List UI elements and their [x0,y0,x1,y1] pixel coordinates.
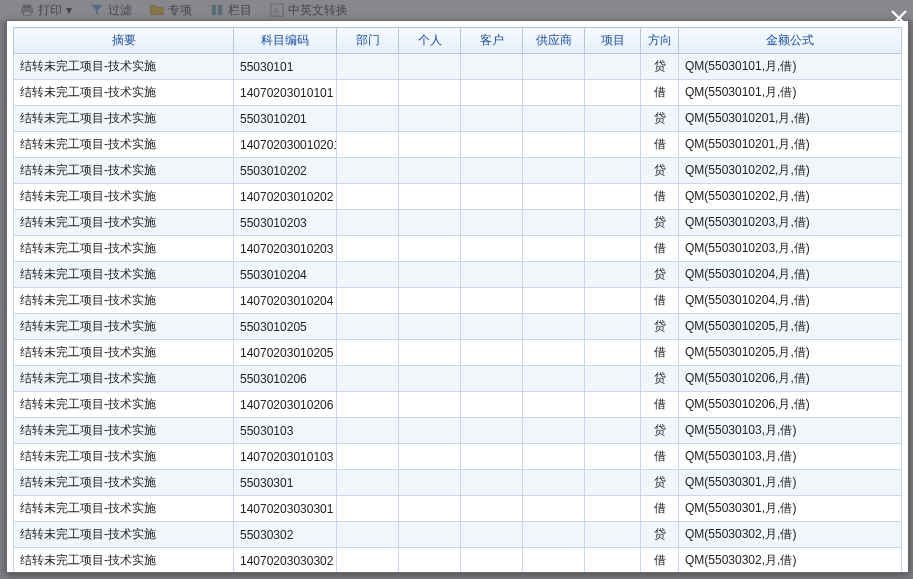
cell-dept[interactable] [337,158,399,184]
cell-customer[interactable] [461,210,523,236]
cell-customer[interactable] [461,262,523,288]
cell-dir[interactable]: 贷 [641,470,679,496]
cell-formula[interactable]: QM(5503010203,月,借) [679,210,902,236]
cell-formula[interactable]: QM(5503010202,月,借) [679,158,902,184]
cell-summary[interactable]: 结转未完工项目-技术实施 [14,340,234,366]
table-row[interactable]: 结转未完工项目-技术实施5503010203贷QM(5503010203,月,借… [14,210,902,236]
cell-summary[interactable]: 结转未完工项目-技术实施 [14,106,234,132]
cell-person[interactable] [399,210,461,236]
cell-dir[interactable]: 借 [641,548,679,573]
cell-project[interactable] [585,444,641,470]
cell-dir[interactable]: 借 [641,444,679,470]
cell-subject[interactable]: 5503010203 [234,210,337,236]
cell-person[interactable] [399,392,461,418]
cell-project[interactable] [585,54,641,80]
cell-formula[interactable]: QM(55030101,月,借) [679,54,902,80]
cell-subject[interactable]: 14070203010205 [234,340,337,366]
cell-project[interactable] [585,184,641,210]
cell-customer[interactable] [461,418,523,444]
cell-formula[interactable]: QM(55030302,月,借) [679,548,902,573]
voucher-grid[interactable]: 摘要 科目编码 部门 个人 客户 供应商 项目 方向 金额公式 结转未完工项目-… [13,27,902,572]
cell-subject[interactable]: 55030301 [234,470,337,496]
cell-formula[interactable]: QM(5503010203,月,借) [679,236,902,262]
cell-customer[interactable] [461,444,523,470]
cell-project[interactable] [585,366,641,392]
cell-supplier[interactable] [523,210,585,236]
cell-summary[interactable]: 结转未完工项目-技术实施 [14,470,234,496]
cell-customer[interactable] [461,106,523,132]
cell-formula[interactable]: QM(5503010201,月,借) [679,106,902,132]
cell-supplier[interactable] [523,80,585,106]
cell-formula[interactable]: QM(5503010201,月,借) [679,132,902,158]
table-row[interactable]: 结转未完工项目-技术实施14070203010206借QM(5503010206… [14,392,902,418]
cell-summary[interactable]: 结转未完工项目-技术实施 [14,444,234,470]
cell-customer[interactable] [461,392,523,418]
cell-supplier[interactable] [523,392,585,418]
cell-formula[interactable]: QM(5503010205,月,借) [679,340,902,366]
cell-summary[interactable]: 结转未完工项目-技术实施 [14,80,234,106]
cell-supplier[interactable] [523,54,585,80]
cell-customer[interactable] [461,54,523,80]
cell-summary[interactable]: 结转未完工项目-技术实施 [14,392,234,418]
table-row[interactable]: 结转未完工项目-技术实施5503010206贷QM(5503010206,月,借… [14,366,902,392]
cell-subject[interactable]: 55030103 [234,418,337,444]
col-supplier[interactable]: 供应商 [523,28,585,54]
cell-person[interactable] [399,314,461,340]
cell-subject[interactable]: 55030302 [234,522,337,548]
cell-subject[interactable]: 55030101 [234,54,337,80]
cell-customer[interactable] [461,288,523,314]
cell-project[interactable] [585,158,641,184]
cell-summary[interactable]: 结转未完工项目-技术实施 [14,366,234,392]
cell-supplier[interactable] [523,444,585,470]
cell-dir[interactable]: 贷 [641,522,679,548]
cell-customer[interactable] [461,470,523,496]
cell-person[interactable] [399,288,461,314]
table-row[interactable]: 结转未完工项目-技术实施55030302贷QM(55030302,月,借) [14,522,902,548]
cell-formula[interactable]: QM(55030302,月,借) [679,522,902,548]
cell-subject[interactable]: 5503010205 [234,314,337,340]
cell-project[interactable] [585,340,641,366]
cell-customer[interactable] [461,548,523,573]
cell-summary[interactable]: 结转未完工项目-技术实施 [14,184,234,210]
cell-dir[interactable]: 借 [641,132,679,158]
table-row[interactable]: 结转未完工项目-技术实施14070203010103借QM(55030103,月… [14,444,902,470]
cell-summary[interactable]: 结转未完工项目-技术实施 [14,548,234,573]
cell-subject[interactable]: 14070203010204 [234,288,337,314]
cell-formula[interactable]: QM(55030103,月,借) [679,418,902,444]
cell-person[interactable] [399,470,461,496]
table-row[interactable]: 结转未完工项目-技术实施14070203010205借QM(5503010205… [14,340,902,366]
cell-project[interactable] [585,262,641,288]
cell-dept[interactable] [337,392,399,418]
table-row[interactable]: 结转未完工项目-技术实施14070203010202借QM(5503010202… [14,184,902,210]
cell-subject[interactable]: 5503010206 [234,366,337,392]
cell-person[interactable] [399,262,461,288]
cell-dept[interactable] [337,314,399,340]
cell-dir[interactable]: 贷 [641,106,679,132]
table-row[interactable]: 结转未完工项目-技术实施14070203010203借QM(5503010203… [14,236,902,262]
cell-subject[interactable]: 140702030010201 [234,132,337,158]
table-row[interactable]: 结转未完工项目-技术实施14070203010101借QM(55030101,月… [14,80,902,106]
table-row[interactable]: 结转未完工项目-技术实施14070203010204借QM(5503010204… [14,288,902,314]
cell-dept[interactable] [337,444,399,470]
cell-project[interactable] [585,496,641,522]
cell-dir[interactable]: 借 [641,80,679,106]
cell-formula[interactable]: QM(5503010206,月,借) [679,366,902,392]
cell-formula[interactable]: QM(55030301,月,借) [679,496,902,522]
cell-formula[interactable]: QM(5503010204,月,借) [679,288,902,314]
col-person[interactable]: 个人 [399,28,461,54]
cell-person[interactable] [399,340,461,366]
cell-dir[interactable]: 贷 [641,210,679,236]
cell-project[interactable] [585,470,641,496]
cell-supplier[interactable] [523,340,585,366]
cell-formula[interactable]: QM(55030103,月,借) [679,444,902,470]
cell-customer[interactable] [461,366,523,392]
cell-dept[interactable] [337,418,399,444]
cell-dir[interactable]: 贷 [641,54,679,80]
cell-supplier[interactable] [523,496,585,522]
cell-dir[interactable]: 贷 [641,366,679,392]
cell-customer[interactable] [461,184,523,210]
cell-dir[interactable]: 贷 [641,314,679,340]
cell-person[interactable] [399,366,461,392]
cell-summary[interactable]: 结转未完工项目-技术实施 [14,314,234,340]
cell-subject[interactable]: 14070203010203 [234,236,337,262]
